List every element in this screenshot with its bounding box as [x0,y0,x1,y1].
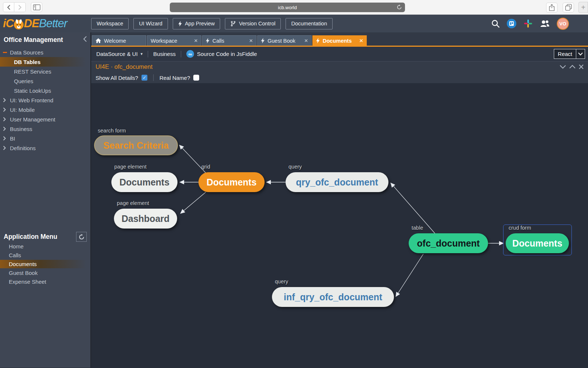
lightning-icon [178,21,182,26]
app-menu-item-documents[interactable]: Documents [0,260,90,268]
app-menu-item-guest-book[interactable]: Guest Book [0,269,90,277]
tab-close-icon[interactable]: × [194,38,198,44]
chevron-down-icon [560,65,566,69]
tab-close-icon[interactable]: × [249,38,253,44]
share-button[interactable] [546,3,557,13]
sidebar-item-business[interactable]: Business [0,124,90,134]
panel-expand-button[interactable] [569,65,576,69]
sidebar-item-rest-services[interactable]: REST Services [0,67,90,76]
panel-close-button[interactable] [579,64,584,69]
node-text: Dashboard [122,213,170,224]
node-type-label: search form [98,128,126,134]
sidebar-collapse-button[interactable] [83,36,87,44]
browser-sidebar-toggle[interactable] [31,2,42,12]
sidebar-item-db-tables[interactable]: DB Tables [0,57,90,67]
divider [153,74,154,81]
node-text: qry_ofc_document [296,177,378,188]
header-nav: WorkspaceUI WizardApp PreviewVersion Con… [91,18,333,29]
tab-overview-button[interactable] [563,3,574,13]
app-menu-item-calls[interactable]: Calls [0,251,90,259]
diagram-node-inf-qry-ofc-document[interactable]: query inf_qry_ofc_document [272,287,394,307]
chevron-down-icon [576,49,585,59]
panel-header: UI4E · ofc_document [91,61,588,72]
nav-documentation-button[interactable]: Documentation [286,18,333,29]
sidebar-item-bi[interactable]: BI [0,134,90,143]
browser-back-button[interactable] [3,2,14,12]
logo-text-brand2: Better [39,17,67,30]
search-button[interactable] [491,20,500,28]
app-header: iCDEBetter WorkspaceUI WizardApp Preview… [0,15,588,32]
tab-calls[interactable]: Calls× [202,35,257,46]
nav-app-preview-button[interactable]: App Preview [173,18,220,29]
users-button[interactable] [540,20,550,28]
checkbox-show-all-details[interactable]: Show All Details?✓ [96,75,147,81]
sidebar-icon [33,4,40,10]
sidebar-item-user-management[interactable]: User Management [0,114,90,124]
sidebar-item-ui-mobile[interactable]: UI: Mobile [0,105,90,114]
chevron-right-icon [3,146,6,150]
sidebar-item-static-lookups[interactable]: Static LookUps [0,86,90,95]
chevron-up-icon [569,65,576,69]
rabbit-icon [13,19,24,30]
tab-documents[interactable]: Documents× [312,35,367,46]
tab-guest-book[interactable]: Guest Book× [257,35,312,46]
diagram-node-table-ofc-document[interactable]: table ofc_document [409,233,488,253]
tab-close-icon[interactable]: × [359,38,363,44]
diagram-node-qry-ofc-document[interactable]: query qry_ofc_document [286,172,388,192]
node-type-label: page element [117,200,149,206]
node-type-label: query [275,279,288,284]
diagram-node-page-dashboard[interactable]: page element Dashboard [114,209,177,229]
diagram-node-search-criteria[interactable]: search form Search Criteria [94,135,178,155]
node-text: ofc_document [417,238,480,249]
tabs-icon [565,4,572,11]
nav-workspace-button[interactable]: Workspace [91,18,129,29]
app-logo[interactable]: iCDEBetter [0,17,91,30]
app-menu-refresh-button[interactable] [76,232,87,242]
toolbar-datasource-ui[interactable]: DataSource & UI▾ [96,51,143,57]
chevron-left-icon [7,5,10,10]
nav-ui-wizard-button[interactable]: UI Wizard [133,18,168,29]
toolbar-items: DataSource & UI▾Business∞Source Code in … [96,50,257,58]
reload-icon[interactable] [397,4,402,11]
panel-collapse-button[interactable] [560,65,566,69]
header-icons: VO [491,18,569,30]
lightning-icon [206,38,209,43]
nav-version-control-button[interactable]: Version Control [225,18,281,29]
node-type-label: page element [114,164,147,170]
node-text: Search Criteria [103,140,169,151]
trello-button[interactable] [507,19,516,28]
chevron-right-icon [3,136,6,141]
avatar[interactable]: VO [557,18,569,30]
diagram-node-grid-documents[interactable]: grid Documents [198,172,265,192]
sidebar-tree: Data SourcesDB TablesREST ServicesQuerie… [0,47,90,153]
url-bar[interactable]: icb.world [170,3,405,12]
toolbar-source-code-in-jsfiddle[interactable]: ∞Source Code in JsFiddle [186,50,257,58]
new-tab-button[interactable]: + [578,2,588,13]
divider [181,51,181,57]
checkbox-real-name[interactable]: Real Name? [159,75,199,81]
checkbox-box[interactable] [193,75,199,81]
browser-forward-button[interactable] [14,2,26,12]
sidebar-item-ui-web-frontend[interactable]: UI: Web Frontend [0,95,90,105]
diagram-edge [396,254,423,297]
diagram-node-page-documents[interactable]: page element Documents [111,172,178,192]
sidebar-item-data-sources[interactable]: Data Sources [0,47,90,57]
chevron-right-icon [18,5,22,10]
node-text: Documents [119,177,169,188]
sidebar-item-definitions[interactable]: Definitions [0,143,90,153]
sidebar: Office Management Data SourcesDB TablesR… [0,32,91,368]
tab-workspace[interactable]: Workspace× [147,35,201,46]
divider [148,51,148,57]
checkbox-box[interactable]: ✓ [141,75,147,81]
toolbar-business[interactable]: Business [153,51,176,57]
tab-close-icon[interactable]: × [304,38,308,44]
app-menu-item-expense-sheet[interactable]: Expense Sheet [0,277,90,286]
panel-title: UI4E · ofc_document [96,63,153,70]
app-menu-item-home[interactable]: Home [0,242,90,251]
framework-select[interactable]: React [554,49,585,59]
sidebar-item-queries[interactable]: Queries [0,76,90,86]
tab-welcome[interactable]: Welcome [92,35,146,46]
slack-button[interactable] [523,19,533,28]
diagram-node-crud-documents[interactable]: crud form Documents [506,233,569,253]
close-icon [579,64,584,69]
